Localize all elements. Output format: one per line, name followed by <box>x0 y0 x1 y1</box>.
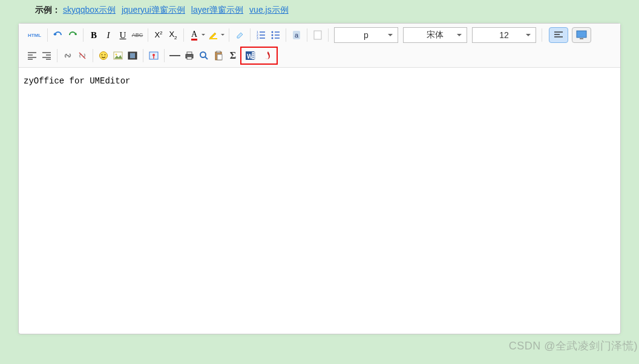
selectall-button[interactable]: a <box>290 28 303 42</box>
separator <box>183 28 184 42</box>
unordered-list-icon <box>270 30 280 40</box>
paragraph-select[interactable]: p <box>334 27 398 43</box>
svg-rect-35 <box>128 52 129 59</box>
svg-rect-18 <box>580 38 583 39</box>
justify-left-icon <box>27 51 37 60</box>
unlink-button[interactable] <box>76 49 89 62</box>
svg-rect-36 <box>136 52 137 59</box>
film-icon <box>128 51 137 60</box>
svg-point-31 <box>105 54 106 56</box>
separator <box>307 28 307 42</box>
cleardoc-button[interactable] <box>311 28 324 42</box>
ordered-list-icon: 123 <box>256 30 266 40</box>
printer-icon <box>185 51 194 60</box>
align-toggle-button[interactable] <box>549 27 568 43</box>
svg-point-7 <box>272 31 274 33</box>
subscript-icon: X2 <box>169 30 177 41</box>
justify-right-icon <box>42 51 51 60</box>
examples-label: 示例： <box>35 5 61 15</box>
redo-button[interactable] <box>66 28 79 42</box>
font-size-select[interactable]: 12 <box>472 27 536 43</box>
emotion-button[interactable] <box>97 49 110 62</box>
pdf-icon <box>263 50 274 61</box>
word-icon: W <box>244 50 255 61</box>
justify-left-icon <box>554 31 563 39</box>
unordered-list-button[interactable] <box>269 28 282 42</box>
eraser-icon <box>235 30 244 40</box>
eraser-button[interactable] <box>233 28 246 42</box>
svg-rect-13 <box>314 31 321 39</box>
undo-icon <box>53 30 63 40</box>
link-layer[interactable]: layer弹窗示例 <box>191 5 243 15</box>
svg-rect-41 <box>187 52 192 54</box>
svg-point-29 <box>100 52 108 60</box>
highlighted-plugin-box: W <box>240 47 278 65</box>
justify-right-button[interactable] <box>40 49 53 62</box>
formula-button[interactable]: Σ <box>226 49 240 62</box>
clipboard-icon <box>214 51 223 60</box>
map-button[interactable] <box>147 49 160 62</box>
separator <box>83 28 84 42</box>
print-button[interactable] <box>183 49 196 62</box>
superscript-icon: X2 <box>154 30 162 39</box>
image-icon <box>113 51 123 60</box>
image-button[interactable] <box>111 49 125 62</box>
map-icon <box>149 51 159 60</box>
editor-text: zyOffice for UMEditor <box>24 76 130 86</box>
separator <box>286 28 286 42</box>
selectall-icon: a <box>293 31 300 39</box>
link-jqueryui[interactable]: jqueryui弹窗示例 <box>122 5 185 15</box>
svg-text:3: 3 <box>257 36 258 40</box>
toolbar: HTML B I U ABC X2 X2 A <box>19 24 620 68</box>
source-html-button[interactable]: HTML <box>25 28 44 42</box>
ordered-list-button[interactable]: 123 <box>254 28 267 42</box>
svg-line-45 <box>205 57 208 59</box>
font-size-select-value: 12 <box>499 30 509 40</box>
svg-rect-48 <box>217 54 222 60</box>
link-vuejs[interactable]: vue.js示例 <box>249 5 289 15</box>
paste-button[interactable] <box>212 49 225 62</box>
italic-button[interactable]: I <box>102 28 115 42</box>
separator <box>93 49 93 62</box>
font-family-select[interactable]: 宋体 <box>403 27 467 43</box>
separator <box>542 28 542 42</box>
forecolor-button[interactable]: A <box>188 28 206 42</box>
fullscreen-button[interactable] <box>572 27 591 43</box>
editor-content-area[interactable]: zyOffice for UMEditor <box>19 68 620 334</box>
video-button[interactable] <box>126 49 139 62</box>
editor-container: HTML B I U ABC X2 X2 A <box>18 23 621 334</box>
undo-button[interactable] <box>51 28 65 42</box>
link-button[interactable] <box>61 49 74 62</box>
separator <box>229 28 229 42</box>
svg-point-44 <box>200 52 206 57</box>
svg-point-33 <box>116 54 117 56</box>
separator <box>250 28 251 42</box>
svg-rect-0 <box>210 38 217 39</box>
watermark-text: CSDN @全武凌剑门泽慌) <box>509 339 638 353</box>
smiley-icon <box>99 51 108 60</box>
svg-point-8 <box>272 34 274 36</box>
separator <box>148 28 148 42</box>
svg-point-30 <box>102 54 103 56</box>
import-word-button[interactable]: W <box>243 49 257 62</box>
highlighter-icon <box>209 30 218 40</box>
link-skyqqbox[interactable]: skyqqbox示例 <box>63 5 116 15</box>
underline-button[interactable]: U <box>116 28 129 42</box>
svg-rect-17 <box>577 31 586 37</box>
svg-rect-37 <box>130 53 135 58</box>
svg-point-9 <box>272 37 274 39</box>
superscript-button[interactable]: X2 <box>152 28 165 42</box>
bold-button[interactable]: B <box>87 28 100 42</box>
strikethrough-button[interactable]: ABC <box>131 28 144 42</box>
unlink-icon <box>77 51 87 60</box>
redo-icon <box>68 30 77 40</box>
separator <box>164 49 165 62</box>
preview-button[interactable] <box>197 49 211 62</box>
horizontal-rule-button[interactable] <box>168 49 182 62</box>
justify-left-button[interactable] <box>25 49 39 62</box>
import-pdf-button[interactable] <box>261 49 275 62</box>
horizontal-line-icon <box>169 54 180 57</box>
subscript-button[interactable]: X2 <box>166 28 180 42</box>
magnifier-icon <box>199 51 209 60</box>
backcolor-button[interactable] <box>207 28 225 42</box>
